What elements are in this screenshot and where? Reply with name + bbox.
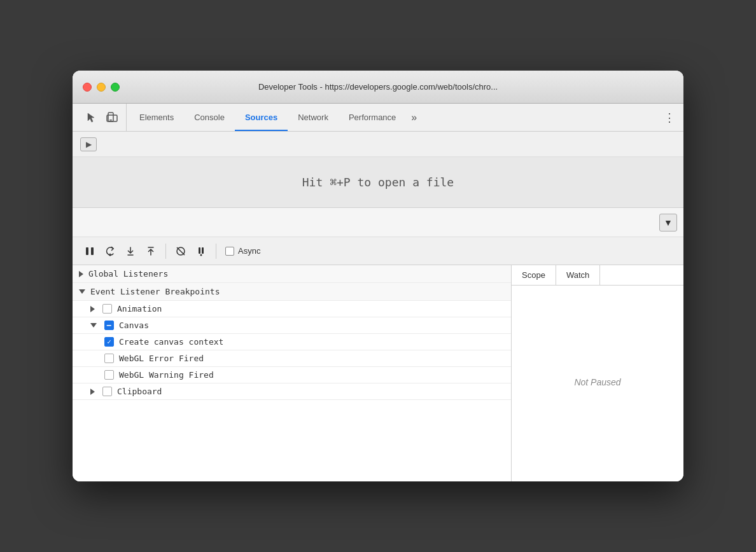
tab-sources[interactable]: Sources (235, 104, 288, 131)
clipboard-label: Clipboard (117, 387, 162, 396)
tab-bar: Elements Console Sources Network Perform… (73, 104, 683, 132)
webgl-error-label: WebGL Error Fired (119, 354, 204, 363)
right-panel: Scope Watch Not Paused (512, 265, 683, 481)
scope-tab[interactable]: Scope (512, 265, 556, 285)
svg-rect-13 (202, 247, 204, 254)
pause-on-exceptions-button[interactable] (192, 242, 211, 260)
breakpoint-header: ▼ (73, 208, 683, 237)
tab-menu-button[interactable]: ⋮ (661, 109, 678, 127)
tabs: Elements Console Sources Network Perform… (129, 104, 661, 131)
sidebar-toggle-row: ▶ (73, 132, 683, 157)
toolbar-separator-2 (216, 244, 216, 259)
left-panel: Global Listeners Event Listener Breakpoi… (73, 265, 512, 481)
canvas-item[interactable]: − Canvas (73, 317, 511, 334)
mobile-icon[interactable] (103, 109, 121, 127)
async-container: Async (225, 246, 260, 256)
breakpoint-dropdown-button[interactable]: ▼ (659, 214, 677, 231)
deactivate-breakpoints-button[interactable] (171, 242, 190, 260)
maximize-button[interactable] (111, 83, 120, 92)
clipboard-item[interactable]: Clipboard (73, 383, 511, 400)
devtools-window: Developer Tools - https://developers.goo… (73, 71, 683, 481)
toolbar-separator-1 (165, 244, 166, 259)
event-listener-breakpoints-section[interactable]: Event Listener Breakpoints (73, 283, 511, 301)
animation-checkbox[interactable] (102, 304, 112, 314)
title-bar: Developer Tools - https://developers.goo… (73, 71, 683, 104)
tab-performance[interactable]: Performance (339, 104, 406, 131)
toolbar-icons (78, 104, 127, 131)
global-listeners-section[interactable]: Global Listeners (73, 265, 511, 283)
async-label: Async (238, 246, 260, 256)
webgl-warning-checkbox[interactable] (104, 370, 114, 380)
clipboard-triangle-icon (90, 389, 95, 395)
step-out-button[interactable] (141, 242, 160, 260)
webgl-error-checkbox[interactable] (104, 354, 114, 363)
indeterminate-mark: − (107, 321, 112, 329)
create-canvas-context-label: Create canvas context (119, 337, 223, 347)
dropdown-arrow-icon: ▼ (664, 217, 673, 228)
triangle-down-icon (79, 289, 85, 294)
window-title: Developer Tools - https://developers.goo… (258, 82, 498, 92)
animation-label: Animation (117, 304, 162, 314)
animation-triangle-icon (90, 306, 95, 312)
sidebar-toggle-icon: ▶ (86, 140, 92, 149)
checkmark-icon: ✓ (107, 338, 111, 345)
minimize-button[interactable] (97, 83, 106, 92)
sidebar-toggle-button[interactable]: ▶ (80, 137, 97, 151)
traffic-lights (83, 83, 120, 92)
cursor-icon[interactable] (83, 109, 101, 127)
canvas-triangle-icon (90, 323, 97, 328)
global-listeners-label: Global Listeners (88, 269, 168, 279)
webgl-error-item[interactable]: WebGL Error Fired (73, 350, 511, 367)
tab-console[interactable]: Console (184, 104, 235, 131)
animation-item[interactable]: Animation (73, 301, 511, 317)
triangle-right-icon (79, 271, 83, 277)
not-paused-text: Not Paused (512, 286, 683, 479)
svg-point-14 (200, 254, 202, 256)
step-into-button[interactable] (121, 242, 140, 260)
tab-elements[interactable]: Elements (129, 104, 184, 131)
step-over-button[interactable] (101, 242, 120, 260)
close-button[interactable] (83, 83, 92, 92)
main-panel: Global Listeners Event Listener Breakpoi… (73, 265, 683, 481)
clipboard-checkbox[interactable] (102, 387, 112, 396)
file-hint-area: Hit ⌘+P to open a file (73, 157, 683, 208)
svg-rect-1 (109, 120, 112, 121)
async-checkbox[interactable] (225, 247, 234, 256)
create-canvas-context-item[interactable]: ✓ Create canvas context (73, 334, 511, 350)
pause-resume-button[interactable] (80, 242, 99, 260)
canvas-label: Canvas (119, 321, 149, 330)
debug-toolbar: Async (73, 237, 683, 265)
webgl-warning-label: WebGL Warning Fired (119, 370, 214, 380)
tab-network[interactable]: Network (288, 104, 339, 131)
more-tabs-button[interactable]: » (406, 112, 422, 123)
event-listener-breakpoints-label: Event Listener Breakpoints (90, 287, 220, 296)
svg-rect-3 (86, 247, 88, 255)
svg-rect-12 (199, 247, 200, 254)
file-hint-text: Hit ⌘+P to open a file (302, 176, 454, 189)
scope-watch-tabs: Scope Watch (512, 265, 683, 286)
svg-rect-4 (91, 247, 94, 255)
webgl-warning-item[interactable]: WebGL Warning Fired (73, 367, 511, 383)
watch-tab[interactable]: Watch (556, 265, 600, 285)
canvas-checkbox[interactable]: − (104, 321, 114, 330)
content-area: ▶ Hit ⌘+P to open a file ▼ (73, 132, 683, 481)
create-canvas-context-checkbox[interactable]: ✓ (104, 337, 114, 347)
